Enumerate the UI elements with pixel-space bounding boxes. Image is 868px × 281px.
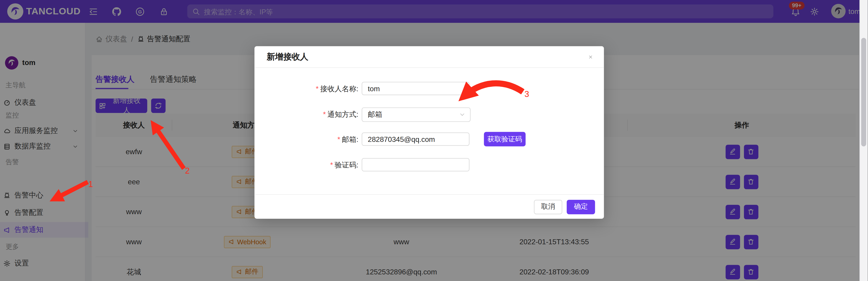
cancel-button[interactable]: 取消 (534, 200, 562, 214)
ok-button[interactable]: 确定 (567, 200, 595, 214)
form-row-name: *接收人名称: (255, 82, 604, 96)
form-row-code: *验证码: (255, 158, 604, 172)
field-label: 邮箱: (342, 135, 359, 144)
modal-header-divider (255, 67, 604, 68)
required-asterisk: * (337, 135, 340, 144)
notice-method-select[interactable]: 邮箱 (362, 107, 470, 122)
select-value: 邮箱 (368, 108, 382, 121)
chevron-down-icon (459, 111, 465, 118)
receiver-name-input[interactable] (362, 82, 469, 95)
email-input[interactable] (362, 133, 469, 146)
required-asterisk: * (323, 110, 326, 119)
required-asterisk: * (316, 85, 318, 93)
app-window: TANCLOUD G 99+ tom tom 主导航 仪表盘 监控 应 (0, 0, 868, 281)
form-row-email: *邮箱: 获取验证码 (255, 133, 604, 147)
field-label: 接收人名称: (320, 85, 358, 93)
modal-title: 新增接收人 (267, 46, 308, 67)
scrollbar-thumb[interactable] (861, 38, 866, 146)
form-row-method: *通知方式: 邮箱 (255, 107, 604, 122)
get-verification-code-button[interactable]: 获取验证码 (484, 132, 526, 146)
field-label: 验证码: (335, 161, 359, 169)
modal-footer: 取消 确定 (255, 194, 604, 219)
close-icon[interactable] (585, 51, 596, 62)
required-asterisk: * (330, 161, 333, 169)
page-scrollbar[interactable] (860, 0, 868, 281)
verification-code-input[interactable] (362, 158, 469, 171)
add-receiver-modal: 新增接收人 *接收人名称: *通知方式: 邮箱 *邮箱: 获取验证码 *验证码:… (255, 46, 604, 219)
field-label: 通知方式: (328, 110, 359, 119)
